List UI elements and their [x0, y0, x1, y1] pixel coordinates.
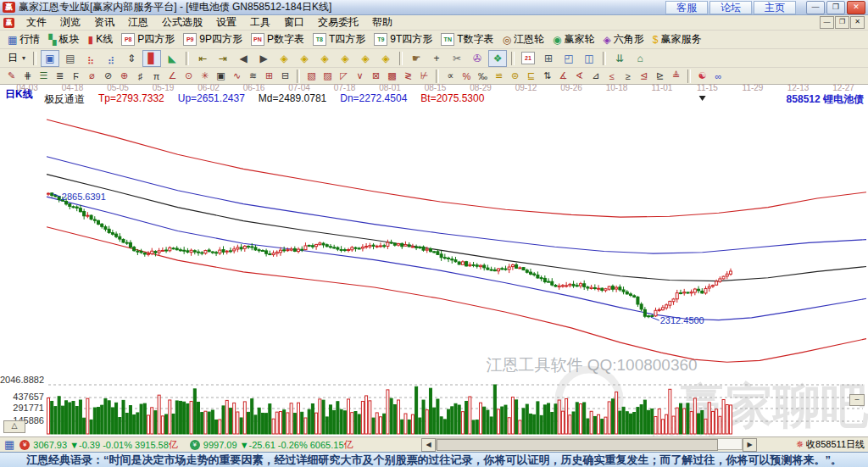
titlebar-link-1[interactable]: 论坛	[709, 1, 752, 14]
close-button[interactable]: ✕	[847, 1, 865, 14]
shade-box-tool-icon[interactable]: ▩	[385, 69, 399, 82]
zoom-h-in-icon[interactable]: ◈	[295, 50, 314, 67]
menu-item-6[interactable]: 工具	[243, 14, 277, 31]
quotes-button[interactable]: ▦行情	[3, 31, 44, 47]
gold-box-tool-icon[interactable]: ⊑	[524, 69, 538, 82]
angle-tool-icon[interactable]: ∠	[165, 69, 180, 82]
infinity-icon[interactable]: ∞	[711, 69, 726, 82]
p-number-table-button[interactable]: PNP数字表	[247, 31, 309, 47]
menu-item-1[interactable]: 浏览	[53, 14, 87, 31]
collapse-panel-button[interactable]: –	[849, 394, 865, 406]
fan-lines-tool-icon[interactable]: ▨	[320, 69, 335, 82]
tri-left-tool-icon[interactable]: ⊴	[637, 69, 651, 82]
tri-right-tool-icon[interactable]: ⊵	[653, 69, 667, 82]
hand-tool-icon[interactable]: ☛	[407, 50, 426, 67]
scroll-right-arrow[interactable]: ▶	[743, 438, 757, 452]
mdi-close-button[interactable]: ✕	[850, 16, 865, 29]
mini-kline-icon[interactable]: ⣦	[81, 50, 100, 67]
crosshair-tool-icon[interactable]: +	[427, 50, 446, 67]
prev-bar-icon[interactable]: ◀	[234, 50, 253, 67]
next-bar-icon[interactable]: ▶	[254, 50, 273, 67]
analyse-module-icon[interactable]: ❖	[488, 50, 507, 67]
gann-wheel-button[interactable]: ◎江恩轮	[498, 31, 548, 47]
zoom-all-out-icon[interactable]: ◈	[356, 50, 375, 67]
mdi-restore-button[interactable]: ❐	[835, 16, 849, 29]
t-number-table-button[interactable]: TNT数字表	[437, 31, 498, 47]
star-tool-icon[interactable]: ✳	[198, 69, 212, 82]
box-tool-icon[interactable]: ▣	[214, 69, 228, 82]
minimize-button[interactable]: —	[806, 1, 825, 14]
menu-item-9[interactable]: 帮助	[365, 14, 399, 31]
zoom-v-out-icon[interactable]: ◈	[315, 50, 334, 67]
circle-cross-tool-icon[interactable]: ⊕	[117, 69, 131, 82]
net-pc-icon[interactable]: ⌂	[631, 50, 649, 67]
save-data-icon[interactable]: ◫	[580, 50, 598, 67]
hatch-box-tool-icon[interactable]: ▧	[304, 69, 319, 82]
menu-item-5[interactable]: 设置	[209, 14, 243, 31]
ge-tool-icon[interactable]: ≥	[620, 69, 635, 82]
zoom-all-in-icon[interactable]: ◈	[376, 50, 395, 67]
trend-color-icon[interactable]: ◣	[163, 50, 181, 67]
9t-square-button[interactable]: T99T四方形	[370, 31, 437, 47]
mini-kline2-icon[interactable]: ⣴	[102, 50, 120, 67]
triangle-tool-icon[interactable]: ⊿	[588, 69, 603, 82]
zoom-v-in-icon[interactable]: ◈	[336, 50, 354, 67]
chart-area[interactable]: 江恩工具软件 QQ:100800360赢家聊吧jiaoba.vip2046.88…	[0, 85, 868, 436]
gann-grid-tool-icon[interactable]: ☰	[36, 69, 51, 82]
levels-tool-icon[interactable]: ≣	[53, 69, 67, 82]
scrollbar-thumb[interactable]	[437, 439, 718, 451]
mdi-minimize-button[interactable]: —	[820, 16, 834, 29]
permille-tool-icon[interactable]: ‰	[476, 69, 490, 82]
hexagon-button[interactable]: ◈六角形	[599, 31, 648, 47]
sectors-button[interactable]: ▚板块	[44, 31, 83, 47]
zigzag-tool-icon[interactable]: ≷	[401, 69, 415, 82]
chart-scrollbar[interactable]: ◀ ▶	[421, 438, 757, 450]
menu-item-3[interactable]: 江恩	[121, 14, 155, 31]
first-page-icon[interactable]: ⇤	[193, 50, 212, 67]
crossbox-tool-icon[interactable]: ⊠	[369, 69, 383, 82]
grid2-tool-icon[interactable]: ♯	[133, 69, 147, 82]
last-page-icon[interactable]: ⇥	[214, 50, 232, 67]
tally-lines-tool-icon[interactable]: ⋕	[20, 69, 35, 82]
taiji-ball-icon[interactable]: ☯	[695, 69, 709, 82]
save-chart-icon[interactable]: ◰	[559, 50, 578, 67]
menu-item-8[interactable]: 交易委托	[311, 14, 365, 31]
y-scale-icon[interactable]: ⇕	[122, 50, 141, 67]
menu-item-7[interactable]: 窗口	[277, 14, 311, 31]
restore-button[interactable]: ❐	[826, 1, 845, 14]
delta-eq-tool-icon[interactable]: ≜	[669, 69, 683, 82]
gann-module-icon[interactable]: ✇	[468, 50, 487, 67]
target-tool-icon[interactable]: ⊙	[181, 69, 196, 82]
waves-tool-icon[interactable]: ≋	[246, 69, 260, 82]
9p-square-button[interactable]: P99P四方形	[179, 31, 247, 47]
titlebar-link-0[interactable]: 客服	[665, 1, 708, 14]
forks-tool-icon[interactable]: ⊬	[417, 69, 431, 82]
tile-windows-icon[interactable]: ▣	[41, 50, 59, 67]
percent-tool-icon[interactable]: %	[459, 69, 474, 82]
gold-ring-tool-icon[interactable]: ⊜	[508, 69, 522, 82]
info-panel-icon[interactable]: ▤	[61, 50, 80, 67]
ratio-tool-icon[interactable]: ∝	[443, 69, 458, 82]
menu-item-2[interactable]: 资讯	[87, 14, 121, 31]
angle-j-tool-icon[interactable]: ∡	[556, 69, 570, 82]
approx-tool-icon[interactable]: ≌	[492, 69, 506, 82]
winner-wheel-button[interactable]: ◉赢家轮	[548, 31, 598, 47]
cut-tool-icon[interactable]: ✂	[448, 50, 466, 67]
calendar-icon[interactable]: 21	[519, 50, 537, 67]
grid-minus-tool-icon[interactable]: ⊟	[278, 69, 292, 82]
corner-fan-tool-icon[interactable]: ◸	[337, 69, 351, 82]
p-square-button[interactable]: P8P四方形	[117, 31, 179, 47]
pencil-tool-icon[interactable]: ✎	[4, 69, 19, 82]
menu-item-4[interactable]: 公式选股	[155, 14, 209, 31]
calculator-icon[interactable]: ⊞	[539, 50, 558, 67]
winner-service-button[interactable]: $赢家服务	[648, 31, 706, 47]
spiral-tool-icon[interactable]: ⌀	[85, 69, 99, 82]
scrollbar-track[interactable]	[436, 438, 743, 450]
menu-item-0[interactable]: 文件	[19, 14, 53, 31]
expand-panel-button[interactable]: △	[3, 420, 25, 433]
net-sync-icon[interactable]: ⇊	[610, 50, 629, 67]
kline-style-icon[interactable]: ▊	[142, 50, 161, 67]
updown-tool-icon[interactable]: ⇅	[540, 69, 554, 82]
vee-tool-icon[interactable]: ∨	[353, 69, 367, 82]
kline-button[interactable]: ▮K线	[84, 31, 118, 47]
